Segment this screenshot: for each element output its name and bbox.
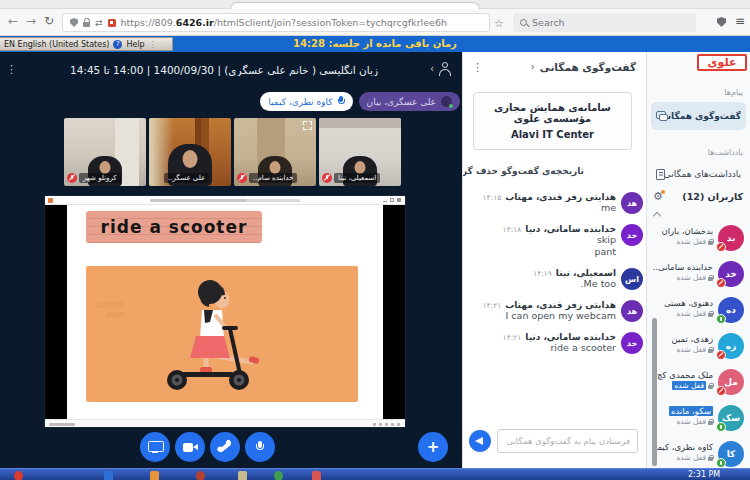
browser-tabstrip xyxy=(0,0,750,9)
chat-message-input[interactable] xyxy=(497,429,638,453)
muted-mic-icon xyxy=(716,278,726,288)
sidebar-item-shared-notes[interactable]: یادداشت‌های همگانی xyxy=(651,160,746,188)
chat-welcome-box: سامانه‌ی همایش مجازی مؤسسه‌ی علوی Alavi … xyxy=(473,92,632,150)
message-text: .Me too xyxy=(467,278,616,290)
webcam-button[interactable] xyxy=(175,432,205,462)
help-label[interactable]: Help xyxy=(126,40,144,49)
webcam-tile[interactable]: کرونلو شهر xyxy=(64,118,146,186)
tracking-shield-icon[interactable] xyxy=(70,18,78,27)
screenshare-window: ride a scooter xyxy=(45,196,405,427)
taskbar-app-icon[interactable] xyxy=(196,471,205,480)
audio-button[interactable] xyxy=(210,432,240,462)
stage-options-icon[interactable]: ⋮ xyxy=(6,63,17,76)
avatar: سک xyxy=(718,405,744,431)
back-icon[interactable]: ← xyxy=(8,14,18,28)
language-bar[interactable]: EN English (United States) ? Help ⋮ xyxy=(0,37,173,51)
webcam-name-tag: اسمعیلی، نینا xyxy=(334,173,380,183)
user-row[interactable]: خد خدابنده سامانی.. قفل شده xyxy=(647,258,750,294)
user-row[interactable]: مل ملک محمدی کچ.. قفل شده xyxy=(647,366,750,402)
muted-mic-icon xyxy=(716,242,726,252)
avatar: هد xyxy=(621,192,643,214)
user-status: قفل شده xyxy=(676,273,706,282)
chat-bubbles-icon xyxy=(656,111,668,121)
search-box[interactable] xyxy=(513,13,696,32)
actions-plus-button[interactable]: + xyxy=(418,432,448,462)
collapse-chevron-icon[interactable] xyxy=(653,212,661,220)
talking-pill[interactable]: کاوه نظری، کیمیا xyxy=(260,92,352,111)
langbar-grip[interactable]: ⋮ xyxy=(149,40,156,49)
taskbar-app-icon[interactable] xyxy=(14,471,23,480)
forward-icon[interactable]: → xyxy=(26,14,36,28)
users-scrollbar[interactable] xyxy=(652,318,657,466)
talking-pill[interactable]: علی عسگری، بیان xyxy=(359,92,460,111)
chat-message: خد خدابنده سامانی، دنیا۱۴:۲۱ ride a scoo… xyxy=(467,332,643,354)
chat-options-icon[interactable]: ⋮ xyxy=(472,61,483,74)
webcam-tile[interactable]: اسمعیلی، نینا xyxy=(319,118,401,186)
camera-icon xyxy=(183,443,198,452)
user-name: خدابنده سامانی.. xyxy=(653,262,713,272)
messages-section-label: پیام‌ها xyxy=(724,88,743,97)
swap-icon[interactable]: ⇄ xyxy=(95,18,103,28)
message-time: ۱۴:۲۱ xyxy=(503,333,522,342)
user-name: کاوه نظری، کیمیا xyxy=(652,442,713,452)
taskbar-app-icon[interactable] xyxy=(238,471,247,480)
talking-indicators: علی عسگری، بیان کاوه نظری، کیمیا xyxy=(260,92,460,111)
mic-icon xyxy=(716,314,726,324)
chat-message: خد خدابنده سامانی، دنیا۱۴:۱۸ skip pant xyxy=(467,224,643,258)
user-row[interactable]: زه زهدی، ثمین قفل شده xyxy=(647,330,750,366)
https-lock-icon[interactable] xyxy=(83,22,90,27)
chat-title[interactable]: گفت‌وگوی همگانی ‹ xyxy=(530,60,636,73)
screen: ← → ↻ ⇄ https://809.6426.ir/htmlSclient/… xyxy=(0,0,750,480)
message-time: ۱۴:۱۹ xyxy=(533,269,552,278)
webcam-tile[interactable]: خدابنده سام.. xyxy=(234,118,316,186)
screenshare-button[interactable] xyxy=(140,432,170,462)
user-row[interactable]: ده دهنوی، هستی قفل شده xyxy=(647,294,750,330)
extension-icon[interactable] xyxy=(108,19,116,27)
webcam-tile[interactable]: علی عسگر.. xyxy=(149,118,231,186)
avatar: هد xyxy=(621,300,643,322)
address-bar[interactable]: ⇄ https://809.6426.ir/htmlSclient/join?s… xyxy=(62,13,490,32)
mute-button[interactable] xyxy=(245,432,275,462)
fullscreen-icon[interactable] xyxy=(303,121,312,130)
message-sender: خدابنده سامانی، دنیا xyxy=(525,224,616,234)
protection-shield-icon[interactable] xyxy=(717,17,726,27)
avatar: خد xyxy=(621,224,643,246)
shared-window-controls xyxy=(383,198,401,202)
taskbar-app-icon[interactable] xyxy=(312,471,321,480)
message-text: skip xyxy=(467,234,616,246)
user-row[interactable]: بد بدخشان، باران قفل شده xyxy=(647,222,750,258)
bookmark-star-icon[interactable]: ☆ xyxy=(494,17,504,30)
player-time-blur xyxy=(49,423,75,426)
chat-message: اس اسمعیلی، نینا۱۴:۱۹ .Me too xyxy=(467,268,643,290)
girl-on-scooter-illustration xyxy=(160,276,270,392)
lock-icon xyxy=(708,383,713,389)
language-label[interactable]: EN English (United States) xyxy=(4,40,109,49)
taskbar-app-icon[interactable] xyxy=(150,471,159,480)
taskbar-app-icon[interactable] xyxy=(274,471,283,480)
help-icon[interactable]: ? xyxy=(113,40,122,49)
session-time-label: زمان باقی مانده از جلسه: xyxy=(328,38,456,49)
sidebar-item-public-chat[interactable]: گفت‌وگوی همگانی xyxy=(651,102,746,130)
lock-icon xyxy=(708,311,713,317)
message-sender: هدایتی زفر قندی، مهتاب xyxy=(505,300,616,310)
shared-window-body: ride a scooter xyxy=(45,205,405,419)
slide: ride a scooter xyxy=(67,205,383,419)
person-head-icon xyxy=(442,62,448,68)
meeting-title: زبان انگلیسی ( خانم علی عسگری) | 1400/09… xyxy=(40,64,408,76)
search-input[interactable] xyxy=(532,17,652,28)
user-row[interactable]: کا کاوه نظری، کیمیا قفل شده xyxy=(647,438,750,468)
muted-mic-icon xyxy=(716,350,726,360)
chat-message-list: هد هدایتی زفر قندی، مهتاب۱۴:۱۵ me خد خدا… xyxy=(467,192,643,364)
message-text: ride a scooter xyxy=(467,342,616,354)
send-message-button[interactable] xyxy=(469,430,491,452)
participants-icon[interactable]: ‹ xyxy=(430,62,452,77)
hamburger-menu-icon[interactable]: ≡ xyxy=(735,14,745,28)
avatar: بد xyxy=(718,225,744,251)
user-name: زهدی، ثمین xyxy=(672,334,713,344)
user-name: دهنوی، هستی xyxy=(664,298,713,308)
reload-icon[interactable]: ↻ xyxy=(44,14,54,28)
taskbar-app-icon[interactable] xyxy=(104,471,113,480)
chat-title-label: گفت‌وگوی همگانی xyxy=(540,61,636,73)
user-row[interactable]: سک سکو، مانده قفل شده xyxy=(647,402,750,438)
monitor-icon xyxy=(148,441,162,453)
